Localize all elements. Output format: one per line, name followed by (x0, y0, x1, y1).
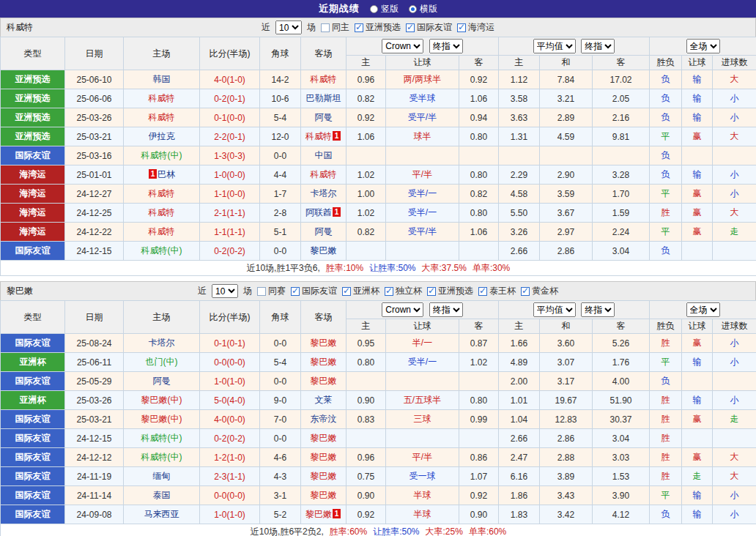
filter-checkbox[interactable]: 亚洲杯 (342, 285, 379, 297)
checkbox-icon[interactable] (427, 287, 436, 296)
team-cell[interactable]: 中国 (301, 146, 346, 165)
team-cell[interactable]: 韩国 (124, 70, 200, 89)
checkbox-icon[interactable] (385, 287, 393, 296)
team-cell[interactable]: 科威特 (301, 165, 346, 185)
team-cell[interactable]: 科威特 (124, 223, 200, 242)
match-score[interactable]: 0-2(0-1) (200, 89, 260, 108)
team-cell[interactable]: 科威特 (124, 204, 200, 223)
checkbox-icon[interactable] (406, 23, 415, 32)
team-cell[interactable]: 黎巴嫩 (301, 429, 346, 448)
radio-icon-selected[interactable] (409, 5, 417, 13)
team-cell[interactable]: 黎巴嫩 (301, 467, 346, 486)
match-score[interactable]: 1-1(1-1) (200, 223, 260, 242)
match-score[interactable]: 2-1(1-1) (200, 204, 260, 223)
layout-radio-horizontal[interactable]: 横版 (409, 3, 437, 15)
filter-checkbox[interactable]: 同赛 (257, 285, 286, 297)
layout-radio-vertical[interactable]: 竖版 (370, 3, 399, 15)
checkbox-icon[interactable] (321, 23, 330, 32)
team-cell[interactable]: 巴勒斯坦 (301, 89, 346, 108)
team-cell[interactable]: 文莱 (301, 391, 346, 410)
filter-checkbox[interactable]: 国际友谊 (406, 21, 452, 34)
checkbox-icon[interactable] (291, 287, 300, 296)
filter-checkbox[interactable]: 独立杯 (385, 285, 422, 297)
team-cell[interactable]: 卡塔尔 (301, 185, 346, 204)
match-score[interactable]: 2-3(1-1) (200, 467, 260, 486)
match-score[interactable]: 0-0(0-0) (200, 486, 260, 505)
avg-stage-select[interactable]: 终指 (581, 39, 615, 53)
checkbox-icon[interactable] (342, 287, 351, 296)
match-score[interactable]: 4-0(0-0) (200, 410, 260, 429)
team-cell[interactable]: 阿曼 (301, 223, 346, 242)
radio-icon[interactable] (370, 5, 378, 13)
match-score[interactable]: 1-1(0-0) (200, 185, 260, 204)
team-cell[interactable]: 科威特(中) (124, 146, 200, 165)
team-cell[interactable]: 阿联酋1 (301, 204, 346, 223)
team-cell[interactable]: 1巴林 (124, 165, 200, 185)
match-score[interactable]: 1-0(1-0) (200, 372, 260, 391)
team-cell[interactable]: 马来西亚 (124, 505, 200, 524)
checkbox-icon[interactable] (355, 23, 363, 32)
team-cell[interactable]: 黎巴嫩 (301, 372, 346, 391)
scope-select[interactable]: 全场 (686, 302, 720, 317)
team-cell[interactable]: 科威特 (124, 108, 200, 127)
match-score[interactable]: 1-0(0-0) (200, 165, 260, 185)
match-score[interactable]: 4-0(1-0) (200, 70, 260, 89)
checkbox-icon[interactable] (478, 287, 487, 296)
avg-company-select[interactable]: 平均值 (533, 302, 576, 317)
team-cell[interactable]: 缅甸 (124, 467, 200, 486)
match-score[interactable]: 5-0(4-0) (200, 391, 260, 410)
filter-checkbox[interactable]: 黄金杯 (521, 285, 558, 297)
team-cell[interactable]: 科威特(中) (124, 242, 200, 261)
team-cell[interactable]: 黎巴嫩1 (301, 505, 346, 524)
match-date: 25-03-16 (65, 146, 124, 165)
team-cell[interactable]: 也门(中) (124, 353, 200, 372)
recent-count-select[interactable]: 10 (275, 21, 302, 34)
team-cell[interactable]: 科威特 (124, 89, 200, 108)
filter-checkbox[interactable]: 亚洲预选 (427, 285, 473, 297)
match-score[interactable]: 0-2(0-2) (200, 242, 260, 261)
scope-select[interactable]: 全场 (686, 39, 720, 53)
match-score[interactable]: 0-0(0-0) (200, 353, 260, 372)
checkbox-icon[interactable] (257, 287, 266, 296)
match-score[interactable]: 1-2(1-0) (200, 448, 260, 467)
recent-count-select[interactable]: 10 (212, 284, 238, 298)
team-cell[interactable]: 伊拉克 (124, 127, 200, 146)
avg-stage-select[interactable]: 终指 (581, 302, 615, 317)
team-cell[interactable]: 东帝汶 (301, 410, 346, 429)
odds-stage-select[interactable]: 终指 (429, 39, 463, 53)
avg-draw: 3.07 (540, 353, 593, 372)
checkbox-icon[interactable] (457, 23, 466, 32)
filter-checkbox[interactable]: 国际友谊 (291, 285, 337, 297)
team-cell[interactable]: 科威特(中) (124, 429, 200, 448)
team-cell[interactable]: 科威特 (301, 70, 346, 89)
team-cell[interactable]: 阿曼 (301, 108, 346, 127)
match-score[interactable]: 0-1(0-1) (200, 334, 260, 353)
filter-checkbox[interactable]: 海湾运 (457, 21, 494, 34)
checkbox-icon[interactable] (521, 287, 530, 296)
filter-checkbox[interactable]: 同主 (321, 21, 349, 34)
odds-company-select[interactable]: Crown (382, 39, 423, 53)
odds-stage-select[interactable]: 终指 (429, 302, 463, 317)
match-score[interactable]: 1-3(0-3) (200, 146, 260, 165)
match-score[interactable]: 2-2(0-1) (200, 127, 260, 146)
team-cell[interactable]: 科威特1 (301, 127, 346, 146)
team-cell[interactable]: 黎巴嫩(中) (124, 410, 200, 429)
team-cell[interactable]: 泰国 (124, 486, 200, 505)
team-cell[interactable]: 卡塔尔 (124, 334, 200, 353)
team-cell[interactable]: 黎巴嫩 (301, 448, 346, 467)
team-cell[interactable]: 黎巴嫩(中) (124, 391, 200, 410)
team-cell[interactable]: 阿曼 (124, 372, 200, 391)
filter-checkbox[interactable]: 亚洲预选 (355, 21, 401, 34)
team-cell[interactable]: 科威特(中) (124, 448, 200, 467)
team-cell[interactable]: 黎巴嫩 (301, 334, 346, 353)
match-score[interactable]: 1-0(1-0) (200, 505, 260, 524)
team-cell[interactable]: 黎巴嫩 (301, 242, 346, 261)
avg-company-select[interactable]: 平均值 (533, 39, 576, 53)
match-score[interactable]: 0-2(0-2) (200, 429, 260, 448)
filter-checkbox[interactable]: 泰王杯 (478, 285, 516, 297)
odds-company-select[interactable]: Crown (382, 302, 423, 317)
match-score[interactable]: 0-1(0-0) (200, 108, 260, 127)
team-cell[interactable]: 科威特 (124, 185, 200, 204)
team-cell[interactable]: 黎巴嫩 (301, 486, 346, 505)
team-cell[interactable]: 黎巴嫩 (301, 353, 346, 372)
